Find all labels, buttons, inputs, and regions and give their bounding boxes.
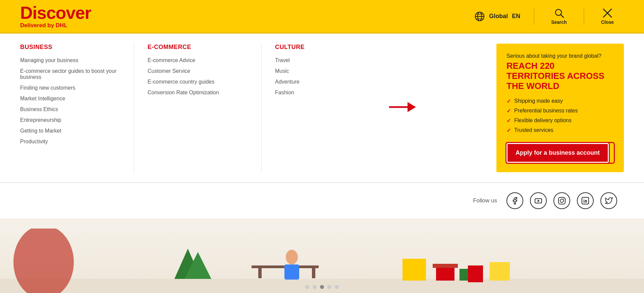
svg-point-18: [584, 199, 584, 200]
region-label: Global: [489, 13, 508, 20]
svg-point-14: [560, 199, 564, 202]
globe-icon: [474, 11, 485, 22]
list-item[interactable]: Music: [275, 68, 376, 74]
carousel-dot[interactable]: [313, 285, 317, 289]
carousel-dot[interactable]: [305, 285, 309, 289]
svg-point-27: [286, 250, 298, 264]
ecommerce-heading: E-COMMERCE: [148, 44, 248, 51]
list-item[interactable]: Fashion: [275, 90, 376, 96]
checklist-item: ✓Trusted services: [506, 127, 614, 134]
illustration-svg: [0, 229, 644, 293]
instagram-icon[interactable]: [553, 192, 570, 209]
checklist-item: ✓Flexible delivery options: [506, 117, 614, 124]
business-list: Managing your business E-commerce sector…: [20, 57, 120, 145]
close-button[interactable]: Close: [584, 8, 631, 25]
checklist-item: ✓Preferential business rates: [506, 108, 614, 114]
close-label: Close: [601, 19, 614, 25]
carousel-dot-active[interactable]: [320, 285, 324, 289]
check-icon: ✓: [506, 117, 511, 124]
svg-rect-13: [558, 197, 565, 204]
promo-tagline: Serious about taking your brand global?: [506, 53, 614, 59]
list-item[interactable]: Managing your business: [20, 57, 120, 63]
culture-list: Travel Music Adventure Fashion: [275, 57, 376, 96]
logo-dhl: DHL: [56, 22, 67, 29]
logo-discover: Discover: [20, 4, 91, 21]
logo-delivered: Delivered by DHL: [20, 22, 91, 29]
carousel-strip: [0, 218, 644, 293]
list-item[interactable]: Getting to Market: [20, 128, 120, 134]
svg-rect-33: [490, 262, 510, 281]
check-icon: ✓: [506, 127, 511, 134]
arrow-right-icon: [389, 99, 416, 115]
mega-menu: BUSINESS Managing your business E-commer…: [0, 34, 644, 183]
promo-section: Serious about taking your brand global? …: [389, 44, 624, 172]
ecommerce-list: E-commerce Advice Customer Service E-com…: [148, 57, 248, 96]
linkedin-icon[interactable]: [577, 192, 594, 209]
facebook-icon[interactable]: [506, 192, 523, 209]
promo-headline: REACH 220 TERRITORIES ACROSS THE WORLD: [506, 61, 614, 91]
search-button[interactable]: Search: [534, 8, 584, 25]
check-icon: ✓: [506, 98, 511, 104]
youtube-icon[interactable]: [530, 192, 547, 209]
twitter-icon[interactable]: [600, 192, 617, 209]
carousel-dots: [305, 285, 339, 289]
list-item[interactable]: E-commerce sector guides to boost your b…: [20, 68, 120, 80]
svg-rect-26: [312, 268, 315, 278]
svg-rect-32: [468, 265, 483, 282]
list-item[interactable]: Finding new customers: [20, 85, 120, 91]
svg-rect-34: [402, 259, 426, 281]
logo: Discover Delivered by DHL: [20, 4, 91, 29]
list-item[interactable]: Customer Service: [148, 68, 248, 74]
list-item[interactable]: E-commerce Advice: [148, 57, 248, 63]
search-label: Search: [551, 19, 567, 25]
list-item[interactable]: Market Intelligence: [20, 96, 120, 102]
business-column: BUSINESS Managing your business E-commer…: [20, 44, 134, 172]
ecommerce-column: E-COMMERCE E-commerce Advice Customer Se…: [148, 44, 262, 172]
culture-column: CULTURE Travel Music Adventure Fashion: [275, 44, 389, 172]
promo-arrow: [389, 99, 416, 117]
list-item[interactable]: Productivity: [20, 139, 120, 145]
lang-label: EN: [512, 13, 520, 20]
list-item[interactable]: Business Ethics: [20, 106, 120, 112]
svg-rect-25: [258, 268, 262, 278]
list-item[interactable]: Entrepreneurship: [20, 117, 120, 123]
promo-checklist: ✓Shipping made easy ✓Preferential busine…: [506, 98, 614, 134]
check-icon: ✓: [506, 108, 511, 114]
apply-business-account-button[interactable]: Apply for a business account: [506, 143, 609, 163]
list-item[interactable]: E-commerce country guides: [148, 79, 248, 85]
promo-box: Serious about taking your brand global? …: [496, 44, 624, 172]
carousel-dot[interactable]: [335, 285, 339, 289]
follow-us-bar: Follow us: [0, 183, 644, 218]
checklist-item: ✓Shipping made easy: [506, 98, 614, 104]
search-icon: [554, 8, 564, 18]
header: Discover Delivered by DHL Global EN Sear…: [0, 0, 644, 34]
business-heading: BUSINESS: [20, 44, 120, 51]
svg-rect-30: [433, 264, 458, 268]
header-right: Global EN Search Close: [474, 8, 631, 25]
svg-marker-12: [538, 200, 540, 202]
close-icon: [602, 8, 612, 18]
carousel-content: [0, 229, 644, 293]
svg-rect-28: [284, 264, 299, 280]
svg-point-15: [563, 198, 564, 199]
svg-line-6: [561, 15, 564, 17]
svg-point-21: [13, 229, 74, 293]
list-item[interactable]: Travel: [275, 57, 376, 63]
list-item[interactable]: Conversion Rate Optimization: [148, 90, 248, 96]
culture-heading: CULTURE: [275, 44, 376, 51]
list-item[interactable]: Adventure: [275, 79, 376, 85]
carousel-dot[interactable]: [327, 285, 331, 289]
locale-selector[interactable]: Global EN: [474, 11, 520, 22]
follow-us-label: Follow us: [473, 197, 497, 204]
svg-marker-10: [408, 102, 416, 112]
